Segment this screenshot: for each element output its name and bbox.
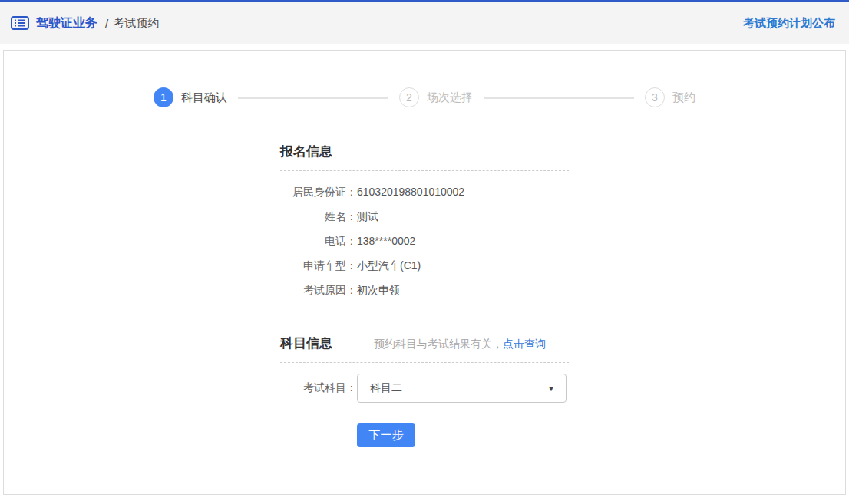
signup-section-title: 报名信息 xyxy=(280,143,332,160)
info-row-id: 居民身份证： 610320198801010002 xyxy=(280,186,569,198)
breadcrumb-root[interactable]: 驾驶证业务 xyxy=(36,15,97,31)
step-3-label: 预约 xyxy=(672,91,695,105)
step-connector xyxy=(238,97,388,99)
breadcrumb-current: 考试预约 xyxy=(113,16,159,31)
exam-plan-link[interactable]: 考试预约计划公布 xyxy=(743,16,835,31)
step-reserve: 3 预约 xyxy=(645,87,695,107)
query-result-link[interactable]: 点击查询 xyxy=(503,338,546,351)
vehicle-type-value: 小型汽车(C1) xyxy=(357,260,421,272)
subject-info-section: 科目信息 预约科目与考试结果有关， 点击查询 考试科目： 科目二 ▼ 下一步 xyxy=(280,334,569,447)
step-1-circle: 1 xyxy=(154,87,173,107)
signup-info-list: 居民身份证： 610320198801010002 姓名： 测试 电话： 138… xyxy=(280,186,569,296)
step-2-circle: 2 xyxy=(399,87,419,107)
step-3-circle: 3 xyxy=(645,87,665,107)
breadcrumb: 驾驶证业务 / 考试预约 xyxy=(11,15,159,31)
exam-subject-select[interactable]: 科目二 ▼ xyxy=(357,374,567,403)
info-row-phone: 电话： 138****0002 xyxy=(280,236,569,247)
subject-section-note: 预约科目与考试结果有关， xyxy=(374,338,503,351)
info-row-name: 姓名： 测试 xyxy=(280,211,569,222)
subject-section-header: 科目信息 预约科目与考试结果有关， 点击查询 xyxy=(280,334,569,363)
phone-value: 138****0002 xyxy=(357,236,415,247)
header-bar: 驾驶证业务 / 考试预约 考试预约计划公布 xyxy=(0,0,849,44)
exam-reason-label: 考试原因： xyxy=(280,285,357,296)
step-connector xyxy=(484,97,634,99)
step-indicator: 1 科目确认 2 场次选择 3 预约 xyxy=(4,51,845,107)
name-value: 测试 xyxy=(357,211,378,222)
info-row-exam-reason: 考试原因： 初次申领 xyxy=(280,285,569,296)
id-number-value: 610320198801010002 xyxy=(357,186,464,198)
list-icon xyxy=(11,16,29,30)
step-1-label: 科目确认 xyxy=(181,91,227,105)
step-session-select: 2 场次选择 xyxy=(399,87,473,107)
exam-subject-label: 考试科目： xyxy=(280,381,357,395)
exam-reason-value: 初次申领 xyxy=(357,285,400,296)
signup-info-section: 报名信息 居民身份证： 610320198801010002 姓名： 测试 电话… xyxy=(280,143,569,296)
exam-subject-selected-value: 科目二 xyxy=(370,381,547,395)
signup-section-header: 报名信息 xyxy=(280,143,569,171)
next-step-button[interactable]: 下一步 xyxy=(357,423,415,447)
phone-label: 电话： xyxy=(280,236,357,247)
form-content: 报名信息 居民身份证： 610320198801010002 姓名： 测试 电话… xyxy=(280,143,569,447)
subject-section-title: 科目信息 xyxy=(280,334,332,352)
step-subject-confirm: 1 科目确认 xyxy=(154,87,227,107)
info-row-vehicle-type: 申请车型： 小型汽车(C1) xyxy=(280,260,569,272)
exam-subject-row: 考试科目： 科目二 ▼ xyxy=(280,374,569,403)
step-2-label: 场次选择 xyxy=(427,91,473,105)
name-label: 姓名： xyxy=(280,211,357,222)
chevron-down-icon: ▼ xyxy=(547,384,555,393)
vehicle-type-label: 申请车型： xyxy=(280,260,357,272)
id-number-label: 居民身份证： xyxy=(280,186,357,198)
main-panel: 1 科目确认 2 场次选择 3 预约 报名信息 居民身份证： 610320198… xyxy=(3,50,846,495)
breadcrumb-separator: / xyxy=(105,17,108,30)
